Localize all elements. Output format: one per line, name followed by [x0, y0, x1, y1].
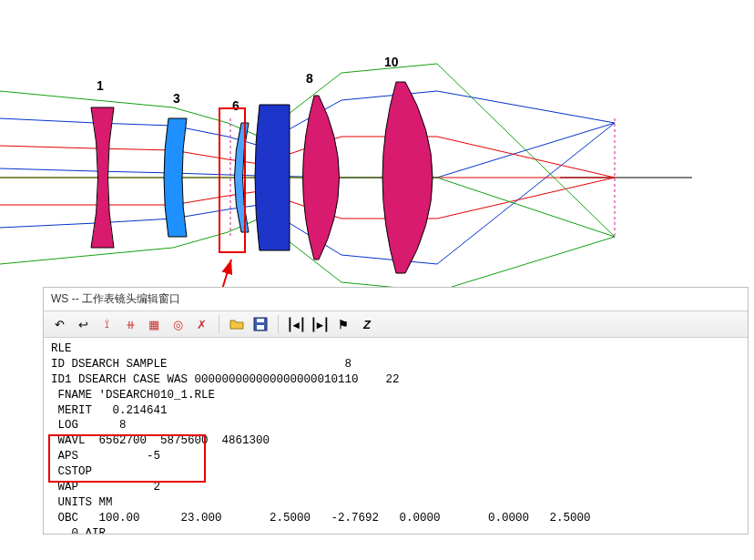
- lens-label-8: 8: [306, 71, 313, 86]
- flag-button[interactable]: ⚑: [333, 314, 353, 334]
- line-9: WAP 2: [51, 481, 160, 494]
- separator: [278, 315, 279, 333]
- split-button[interactable]: ⧺: [120, 314, 140, 334]
- cancel-button[interactable]: ✗: [191, 314, 211, 334]
- grid-button[interactable]: ▦: [144, 314, 164, 334]
- ws-editor-window: WS -- 工作表镜头编辑窗口 ↶ ↩ ⟟ ⧺ ▦ ◎ ✗ ⎮◂⎮ ⎮▸⎮ ⚑ …: [43, 287, 749, 535]
- line-7: APS -5: [51, 450, 160, 463]
- line-2: ID1 DSEARCH CASE WAS 0000000000000000000…: [51, 373, 400, 386]
- z-button[interactable]: Z: [357, 314, 377, 334]
- line-3: FNAME 'DSEARCH010_1.RLE: [51, 389, 215, 402]
- separator: [219, 315, 219, 333]
- line-6: WAVL 6562700 5875600 4861300: [51, 434, 270, 447]
- line-10: UNITS MM: [51, 496, 113, 509]
- window-title: WS -- 工作表镜头编辑窗口: [44, 288, 748, 311]
- lens-label-3: 3: [173, 91, 180, 106]
- svg-rect-6: [257, 325, 264, 330]
- svg-rect-5: [257, 319, 264, 322]
- lens-label-10: 10: [384, 55, 399, 69]
- toolbar: ↶ ↩ ⟟ ⧺ ▦ ◎ ✗ ⎮◂⎮ ⎮▸⎮ ⚑ Z: [44, 311, 748, 338]
- target-button[interactable]: ◎: [168, 314, 188, 334]
- line-8: CSTOP: [51, 465, 92, 478]
- marker-button[interactable]: ⟟: [97, 314, 117, 334]
- undo-button[interactable]: ↩: [73, 314, 93, 334]
- lens-diagram: 1 3 6 8 10: [0, 0, 754, 300]
- lens-label-1: 1: [97, 78, 104, 93]
- line-4: MERIT 0.214641: [51, 404, 168, 417]
- lens-label-6: 6: [232, 98, 239, 113]
- editor-body[interactable]: RLE ID DSEARCH SAMPLE 8 ID1 DSEARCH CASE…: [44, 338, 748, 534]
- jump-end-button[interactable]: ⎮▸⎮: [310, 314, 330, 334]
- jump-start-button[interactable]: ⎮◂⎮: [286, 314, 306, 334]
- open-button[interactable]: [227, 314, 247, 334]
- line-0: RLE: [51, 342, 72, 355]
- save-button[interactable]: [250, 314, 270, 334]
- line-12: 0 AIR: [51, 527, 106, 535]
- line-11: OBC 100.00 23.000 2.5000 -2.7692 0.0000 …: [51, 512, 591, 524]
- line-1: ID DSEARCH SAMPLE 8: [51, 358, 352, 371]
- line-5: LOG 8: [51, 419, 127, 432]
- undo-step-button[interactable]: ↶: [49, 314, 69, 334]
